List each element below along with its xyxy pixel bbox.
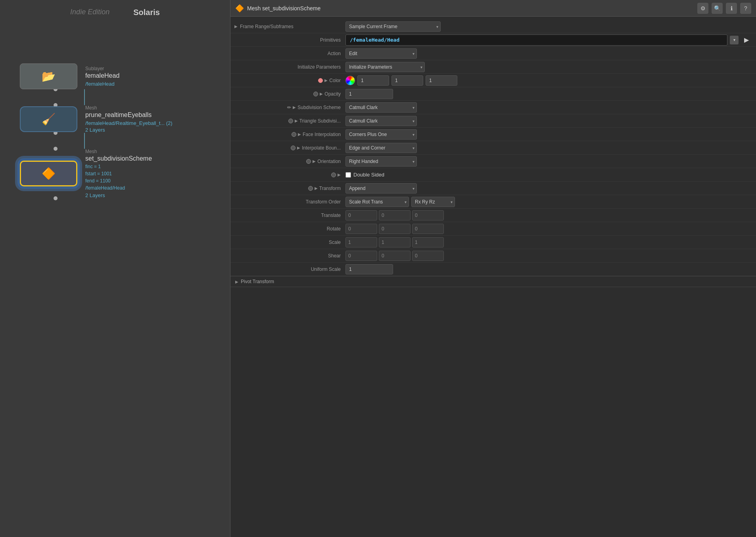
info-button[interactable]: ℹ — [726, 3, 737, 14]
sublayer-node[interactable]: 📂 — [20, 63, 77, 89]
mesh-node[interactable]: 🔶 — [20, 161, 77, 186]
color-value — [345, 75, 752, 86]
color-r[interactable] — [357, 75, 389, 86]
orientation-circle[interactable] — [306, 159, 311, 164]
transform-order-row: Transform Order Scale Rot Trans Rx Ry Rz — [230, 195, 756, 209]
frame-range-value: Sample Current Frame — [345, 21, 752, 32]
transform-order-select2[interactable]: Rx Ry Rz — [411, 197, 455, 207]
uniform-scale-input[interactable] — [345, 264, 393, 274]
subdivision-select-wrapper[interactable]: Catmull Clark — [345, 102, 417, 113]
transform-select[interactable]: Append — [345, 183, 417, 194]
translate-y[interactable] — [379, 210, 411, 221]
uniform-scale-label: Uniform Scale — [234, 267, 345, 272]
translate-x[interactable] — [345, 210, 377, 221]
transform-arrow: ▶ — [315, 186, 318, 190]
interp-bound-circle[interactable] — [291, 146, 295, 150]
interp-bound-select[interactable]: Edge and Corner — [345, 143, 417, 153]
transform-order-select2-wrapper[interactable]: Rx Ry Rz — [411, 197, 455, 207]
transform-circle[interactable] — [308, 186, 313, 191]
face-interp-select[interactable]: Corners Plus One — [345, 129, 417, 140]
translate-inputs — [345, 210, 444, 221]
frame-range-select[interactable]: Sample Current Frame — [345, 21, 441, 32]
init-params-label: Initialize Parameters — [234, 64, 345, 70]
properties-panel: 🔶 Mesh set_subdivisionScheme ⚙ 🔍 ℹ ? ▶ F… — [230, 0, 756, 537]
action-select-wrapper[interactable]: Edit — [345, 48, 417, 59]
transform-row: ▶ Transform Append — [230, 182, 756, 195]
primitives-dropdown-btn[interactable]: ▾ — [730, 36, 739, 44]
shear-inputs — [345, 251, 444, 261]
frame-range-arrow[interactable]: ▶ — [234, 24, 238, 29]
node-graph: 📂 Sublayer femaleHead /femaleHead 🧹 Mesh… — [8, 40, 222, 198]
help-button[interactable]: ? — [740, 3, 751, 14]
interp-bound-arrow: ▶ — [297, 146, 300, 150]
double-sided-checkbox[interactable] — [345, 172, 351, 178]
transform-order-select1-wrapper[interactable]: Scale Rot Trans — [345, 197, 409, 207]
opacity-circle[interactable] — [313, 92, 318, 96]
color-circle[interactable] — [318, 78, 323, 83]
rotate-x[interactable] — [345, 224, 377, 234]
connector-1 — [84, 89, 85, 105]
shear-z[interactable] — [412, 251, 444, 261]
orientation-row: ▶ Orientation Right Handed — [230, 155, 756, 168]
transform-select-wrapper[interactable]: Append — [345, 183, 417, 194]
translate-z[interactable] — [412, 210, 444, 221]
frame-range-left: ▶ Frame Range/Subframes — [234, 24, 345, 29]
mesh-name: set_subdivisionScheme — [85, 155, 152, 162]
mesh-output-dot — [54, 196, 58, 200]
init-params-select-wrapper[interactable]: Initialize Parameters — [345, 62, 425, 72]
init-params-row: Initialize Parameters Initialize Paramet… — [230, 60, 756, 74]
init-params-value: Initialize Parameters — [345, 62, 752, 72]
opacity-input[interactable] — [345, 89, 393, 99]
transform-order-select1[interactable]: Scale Rot Trans — [345, 197, 409, 207]
init-params-select[interactable]: Initialize Parameters — [345, 62, 425, 72]
settings-button[interactable]: ⚙ — [697, 3, 708, 14]
translate-label-text: Translate — [321, 213, 341, 218]
color-g[interactable] — [391, 75, 423, 86]
rotate-z[interactable] — [412, 224, 444, 234]
double-sided-row: ▶ Double Sided — [230, 168, 756, 182]
action-select[interactable]: Edit — [345, 48, 417, 59]
interp-bound-select-wrapper[interactable]: Edge and Corner — [345, 143, 417, 153]
pivot-transform-section[interactable]: ▶ Pivot Transform — [230, 276, 756, 287]
rotate-y[interactable] — [379, 224, 411, 234]
rotate-label: Rotate — [234, 226, 345, 232]
orientation-label-text: Orientation — [317, 159, 341, 164]
primitives-input[interactable] — [345, 35, 727, 46]
search-button[interactable]: 🔍 — [712, 3, 723, 14]
prune-node[interactable]: 🧹 — [20, 106, 77, 132]
prune-path: /femaleHead/Realtime_Eyeball_t... (2) — [85, 120, 173, 126]
frame-range-label: Frame Range/Subframes — [240, 24, 294, 29]
orientation-select-wrapper[interactable]: Right Handed — [345, 156, 417, 167]
mesh-type: Mesh — [85, 149, 152, 154]
color-swatch[interactable] — [345, 76, 355, 85]
orientation-label: ▶ Orientation — [234, 159, 345, 164]
shear-y[interactable] — [379, 251, 411, 261]
scale-z[interactable] — [412, 237, 444, 247]
rotate-row: Rotate — [230, 222, 756, 236]
triangle-subdiv-arrow: ▶ — [295, 119, 298, 123]
triangle-subdiv-select[interactable]: Catmull Clark — [345, 116, 417, 126]
primitives-nav-btn[interactable]: ▶ — [741, 35, 752, 46]
face-interp-label: ▶ Face Interpolation — [234, 132, 345, 137]
interp-bound-value: Edge and Corner — [345, 143, 752, 153]
interp-bound-label: ▶ Interpolate Boun... — [234, 145, 345, 151]
scale-y[interactable] — [379, 237, 411, 247]
face-interp-select-wrapper[interactable]: Corners Plus One — [345, 129, 417, 140]
frame-range-row: ▶ Frame Range/Subframes Sample Current F… — [230, 20, 756, 33]
triangle-subdiv-row: ▶ Triangle Subdivisi... Catmull Clark — [230, 114, 756, 128]
color-arrow: ▶ — [324, 78, 328, 82]
scale-row: Scale — [230, 236, 756, 249]
rotate-value — [345, 224, 752, 234]
subdivision-select[interactable]: Catmull Clark — [345, 102, 417, 113]
translate-label: Translate — [234, 213, 345, 218]
double-sided-circle[interactable] — [331, 173, 336, 177]
scale-x[interactable] — [345, 237, 377, 247]
face-interp-circle[interactable] — [292, 132, 296, 137]
shear-x[interactable] — [345, 251, 377, 261]
triangle-subdiv-select-wrapper[interactable]: Catmull Clark — [345, 116, 417, 126]
color-b[interactable] — [426, 75, 457, 86]
triangle-subdiv-circle[interactable] — [288, 119, 293, 123]
frame-range-select-wrapper[interactable]: Sample Current Frame — [345, 21, 441, 32]
orientation-select[interactable]: Right Handed — [345, 156, 417, 167]
panel-header: 🔶 Mesh set_subdivisionScheme ⚙ 🔍 ℹ ? — [230, 0, 756, 17]
